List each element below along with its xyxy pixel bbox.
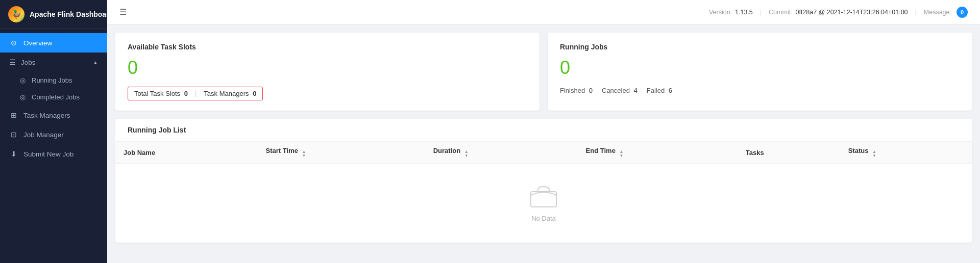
available-task-slots-count: 0	[128, 57, 527, 78]
total-task-slots-stat: Total Task Slots 0	[134, 90, 188, 97]
col-duration[interactable]: Duration ▲▼	[425, 142, 578, 164]
sort-icon-duration: ▲▼	[464, 150, 469, 158]
cards-row: Available Task Slots 0 Total Task Slots …	[115, 33, 972, 111]
sidebar-item-job-manager[interactable]: ⊡ Job Manager	[0, 125, 107, 144]
canceled-label: Canceled	[602, 87, 630, 94]
sidebar-header: 🦆 Apache Flink Dashboard	[0, 0, 107, 29]
job-table-header-row: Job Name Start Time ▲▼ Duration ▲▼ End T…	[115, 142, 972, 164]
available-task-slots-card: Available Task Slots 0 Total Task Slots …	[115, 33, 540, 111]
col-end-time[interactable]: End Time ▲▼	[578, 142, 738, 164]
jobs-icon: ☰	[9, 58, 16, 66]
version-label: Version:	[709, 9, 732, 16]
sidebar-nav: ⊙ Overview ☰ Jobs ▲ ◎ Running Jobs ◎ Com…	[0, 29, 107, 263]
topbar-right: Version: 1.13.5 | Commit: 0ff28a7 @ 2021…	[709, 7, 968, 18]
running-jobs-icon: ◎	[18, 76, 27, 84]
sort-icon-start-time: ▲▼	[302, 150, 306, 158]
overview-icon: ⊙	[9, 39, 18, 47]
stats-divider: |	[195, 90, 197, 97]
no-data-container: No Data	[115, 164, 972, 243]
sidebar-item-submit-new-job[interactable]: ⬇ Submit New Job	[0, 144, 107, 164]
job-table-body: No Data	[115, 164, 972, 243]
task-managers-stat: Task Managers 0	[204, 90, 256, 97]
sidebar-group-jobs-label: Jobs	[21, 59, 36, 66]
col-start-time[interactable]: Start Time ▲▼	[258, 142, 425, 164]
job-table-head: Job Name Start Time ▲▼ Duration ▲▼ End T…	[115, 142, 972, 164]
sidebar: 🦆 Apache Flink Dashboard ⊙ Overview ☰ Jo…	[0, 0, 107, 263]
commit-label: Commit:	[769, 9, 793, 16]
message-badge[interactable]: 0	[957, 7, 968, 18]
failed-value: 6	[669, 87, 672, 94]
task-managers-icon: ⊞	[9, 111, 18, 119]
sidebar-item-label-task-managers: Task Managers	[23, 112, 70, 119]
sidebar-item-label-running-jobs: Running Jobs	[32, 76, 72, 84]
sidebar-item-completed-jobs[interactable]: ◎ Completed Jobs	[0, 89, 107, 106]
finished-label: Finished	[560, 87, 585, 94]
running-jobs-card: Running Jobs 0 Finished 0 Canceled 4 Fai…	[548, 33, 972, 111]
version-value: 1.13.5	[735, 9, 753, 16]
dashboard-body: Available Task Slots 0 Total Task Slots …	[107, 24, 980, 263]
main-content: ☰ Version: 1.13.5 | Commit: 0ff28a7 @ 20…	[107, 0, 980, 263]
task-slots-stats: Total Task Slots 0 | Task Managers 0	[128, 87, 263, 100]
running-jobs-title: Running Jobs	[560, 43, 960, 51]
sidebar-item-running-jobs[interactable]: ◎ Running Jobs	[0, 72, 107, 89]
failed-label: Failed	[647, 87, 665, 94]
running-jobs-stats: Finished 0 Canceled 4 Failed 6	[560, 87, 960, 94]
sort-icon-status: ▲▼	[872, 150, 876, 158]
completed-jobs-icon: ◎	[18, 93, 27, 101]
no-data-text: No Data	[531, 215, 556, 222]
topbar-left: ☰	[119, 7, 127, 17]
task-managers-value: 0	[253, 90, 256, 97]
running-jobs-count: 0	[560, 57, 960, 78]
running-job-list-header: Running Job List	[115, 119, 972, 142]
col-tasks: Tasks	[738, 142, 840, 164]
canceled-stat: Canceled 4	[602, 87, 638, 94]
col-status[interactable]: Status ▲▼	[840, 142, 972, 164]
total-task-slots-value: 0	[184, 90, 188, 97]
sidebar-item-label-job-manager: Job Manager	[23, 131, 64, 139]
menu-toggle-icon[interactable]: ☰	[119, 7, 127, 17]
message-label: Message:	[924, 9, 951, 16]
job-manager-icon: ⊡	[9, 130, 18, 139]
task-managers-label: Task Managers	[204, 90, 249, 97]
failed-stat: Failed 6	[647, 87, 672, 94]
sidebar-item-task-managers[interactable]: ⊞ Task Managers	[0, 106, 107, 125]
total-task-slots-label: Total Task Slots	[134, 90, 180, 97]
topbar: ☰ Version: 1.13.5 | Commit: 0ff28a7 @ 20…	[107, 0, 980, 24]
no-data-cell: No Data	[115, 164, 972, 243]
job-table: Job Name Start Time ▲▼ Duration ▲▼ End T…	[115, 142, 972, 243]
app-title: Apache Flink Dashboard	[30, 10, 113, 18]
col-job-name: Job Name	[115, 142, 258, 164]
finished-stat: Finished 0	[560, 87, 593, 94]
running-job-list-card: Running Job List Job Name Start Time ▲▼ …	[115, 119, 972, 243]
commit-value: 0ff28a7 @ 2021-12-14T23:26:04+01:00	[796, 9, 908, 16]
available-task-slots-title: Available Task Slots	[128, 43, 527, 51]
canceled-value: 4	[634, 87, 638, 94]
app-logo: 🦆	[8, 6, 24, 22]
jobs-chevron-icon: ▲	[93, 60, 98, 65]
submit-job-icon: ⬇	[9, 150, 18, 158]
sort-icon-end-time: ▲▼	[620, 150, 624, 158]
sidebar-item-label-completed-jobs: Completed Jobs	[32, 93, 80, 101]
no-data-row: No Data	[115, 164, 972, 243]
finished-value: 0	[589, 87, 593, 94]
sidebar-item-label-overview: Overview	[23, 39, 52, 47]
sidebar-item-overview[interactable]: ⊙ Overview	[0, 33, 107, 52]
sidebar-group-jobs[interactable]: ☰ Jobs ▲	[0, 52, 107, 72]
sidebar-item-label-submit-new-job: Submit New Job	[23, 150, 74, 158]
no-data-icon	[528, 184, 559, 209]
